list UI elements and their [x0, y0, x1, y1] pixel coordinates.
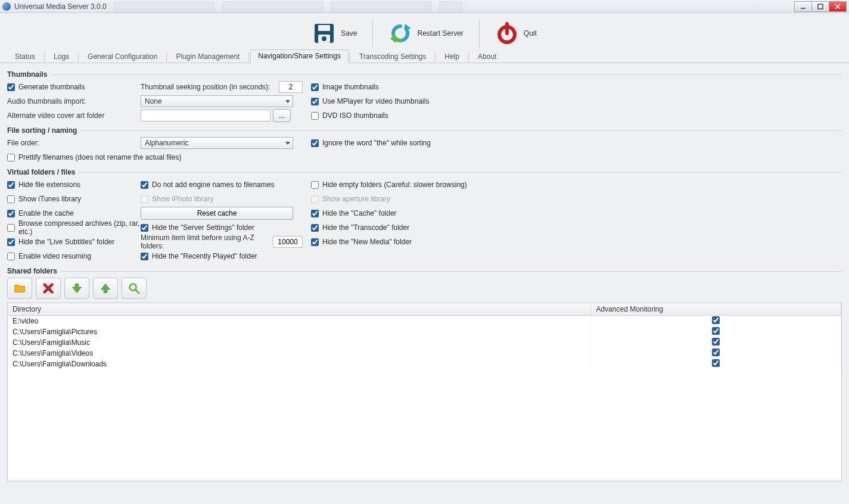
hide-new-media-checkbox[interactable]: Hide the "New Media" folder [311, 238, 412, 246]
image-thumbnails-checkbox[interactable]: Image thumbnails [311, 83, 379, 91]
hide-extensions-checkbox[interactable]: Hide file extensions [7, 181, 80, 189]
move-down-button[interactable] [64, 278, 89, 299]
add-folder-button[interactable] [7, 278, 32, 299]
move-up-button[interactable] [93, 278, 118, 299]
browse-button[interactable]: ... [273, 109, 291, 122]
tab-general-configuration[interactable]: General Configuration [80, 50, 165, 63]
hide-server-settings-checkbox[interactable]: Hide the "Server Settings" folder [141, 223, 254, 232]
cell-monitoring[interactable] [591, 348, 841, 359]
shared-folders-table[interactable]: Directory Advanced Monitoring E:\videoC:… [7, 303, 842, 481]
save-label: Save [341, 29, 357, 38]
tab-separator [44, 52, 45, 62]
no-engine-names-checkbox[interactable]: Do not add engine names to filenames [141, 181, 274, 189]
tab-separator [350, 52, 350, 62]
group-legend: Thumbnails [7, 70, 51, 79]
file-order-select[interactable]: Alphanumeric [141, 137, 293, 149]
group-thumbnails: Thumbnails Generate thumbnails Thumbnail… [7, 70, 842, 123]
maximize-button[interactable] [811, 1, 829, 12]
svg-marker-8 [404, 24, 411, 30]
browser-tab-ghost [222, 1, 324, 12]
hide-transcode-checkbox[interactable]: Hide the "Transcode" folder [311, 223, 409, 232]
minimize-button[interactable] [794, 1, 812, 12]
scan-button[interactable] [122, 278, 147, 299]
save-button[interactable]: Save [306, 19, 363, 48]
seek-label: Thumbnail seeking position (in seconds): [141, 83, 279, 91]
enable-resume-checkbox[interactable]: Enable video resuming [7, 252, 91, 260]
cell-monitoring[interactable] [591, 326, 841, 337]
toolbar-separator [479, 20, 480, 47]
main-toolbar: Save Restart Server Quit [0, 13, 849, 50]
prettify-checkbox[interactable]: Prettify filenames (does not rename the … [7, 153, 181, 161]
power-icon [495, 21, 519, 45]
table-row[interactable]: C:\Users\Famiglia\Videos [8, 348, 841, 359]
quit-label: Quit [524, 29, 537, 38]
ignore-the-checkbox[interactable]: Ignore the word "the" while sorting [311, 139, 431, 147]
svg-rect-1 [818, 4, 823, 9]
audio-import-select[interactable]: None [141, 95, 293, 107]
audio-import-label: Audio thumbnails import: [7, 97, 86, 105]
toolbar-separator [372, 20, 373, 47]
group-shared-folders: Shared folders Directory Advanced Monito… [7, 267, 842, 481]
chevron-down-icon [285, 142, 290, 145]
cell-directory: C:\Users\Famiglia\Pictures [8, 326, 591, 337]
hide-recent-checkbox[interactable]: Hide the "Recently Played" folder [141, 252, 257, 260]
col-directory[interactable]: Directory [8, 303, 591, 316]
chevron-down-icon [285, 100, 290, 103]
svg-point-7 [322, 36, 326, 41]
use-mplayer-checkbox[interactable]: Use MPlayer for video thumbnails [311, 97, 429, 105]
hide-cache-checkbox[interactable]: Hide the "Cache" folder [311, 209, 397, 217]
show-itunes-checkbox[interactable]: Show iTunes library [7, 195, 81, 203]
alt-cover-input[interactable] [141, 110, 270, 122]
show-iphoto-checkbox: Show iPhoto library [141, 195, 213, 203]
reset-cache-button[interactable]: Reset cache [141, 207, 293, 220]
browser-tab-ghost [331, 1, 432, 12]
cell-directory: E:\video [8, 316, 591, 327]
generate-thumbnails-checkbox[interactable]: Generate thumbnails [7, 83, 85, 91]
table-row[interactable]: C:\Users\Famiglia\Pictures [8, 326, 841, 337]
table-row[interactable]: E:\video [8, 316, 841, 327]
app-icon [2, 2, 11, 11]
svg-rect-5 [318, 25, 330, 31]
tab-status[interactable]: Status [7, 50, 43, 63]
dvd-iso-checkbox[interactable]: DVD ISO thumbnails [311, 111, 388, 120]
min-items-label: Minimum item limit before using A-Z fold… [141, 234, 273, 250]
browse-archives-checkbox[interactable]: Browse compressed archives (zip, rar, et… [7, 219, 141, 236]
restart-label: Restart Server [417, 29, 463, 38]
tab-transcoding-settings[interactable]: Transcoding Settings [352, 50, 434, 63]
svg-line-15 [136, 290, 139, 294]
tab-navigation-share-settings[interactable]: Navigation/Share Settings [250, 49, 349, 63]
min-items-input[interactable] [273, 236, 303, 248]
restart-button[interactable]: Restart Server [382, 19, 469, 48]
window-controls [795, 1, 847, 12]
quit-button[interactable]: Quit [489, 19, 543, 48]
group-legend: Shared folders [7, 267, 61, 275]
file-order-label: File order: [7, 139, 39, 147]
enable-cache-checkbox[interactable]: Enable the cache [7, 209, 74, 217]
cell-monitoring[interactable] [591, 337, 841, 348]
hide-live-subs-checkbox[interactable]: Hide the "Live Subtitles" folder [7, 238, 114, 246]
cell-monitoring[interactable] [591, 359, 841, 369]
tab-separator [435, 52, 436, 62]
remove-folder-button[interactable] [36, 278, 61, 299]
tab-bar: StatusLogsGeneral ConfigurationPlugin Ma… [0, 50, 849, 63]
content-pane: Thumbnails Generate thumbnails Thumbnail… [0, 63, 849, 486]
seek-input[interactable] [279, 81, 303, 93]
tab-about[interactable]: About [470, 50, 504, 63]
svg-marker-9 [390, 37, 397, 43]
titlebar: Universal Media Server 3.0.0 [0, 0, 849, 13]
close-button[interactable] [829, 1, 847, 12]
table-row[interactable]: C:\Users\Famiglia\Music [8, 337, 841, 348]
browser-tab-ghost [114, 1, 215, 12]
group-legend: Virtual folders / files [7, 168, 79, 176]
tab-logs[interactable]: Logs [46, 50, 77, 63]
window-title: Universal Media Server 3.0.0 [14, 2, 107, 11]
cell-monitoring[interactable] [591, 316, 841, 327]
table-row[interactable]: C:\Users\Famiglia\Downloads [8, 359, 841, 369]
tab-help[interactable]: Help [437, 50, 467, 63]
tab-plugin-management[interactable]: Plugin Management [168, 50, 247, 63]
cell-directory: C:\Users\Famiglia\Music [8, 337, 591, 348]
group-sorting: File sorting / naming File order: Alphan… [7, 126, 842, 164]
tab-separator [468, 52, 469, 62]
col-monitoring[interactable]: Advanced Monitoring [591, 303, 841, 316]
hide-empty-checkbox[interactable]: Hide empty folders (Careful: slower brow… [311, 181, 467, 189]
